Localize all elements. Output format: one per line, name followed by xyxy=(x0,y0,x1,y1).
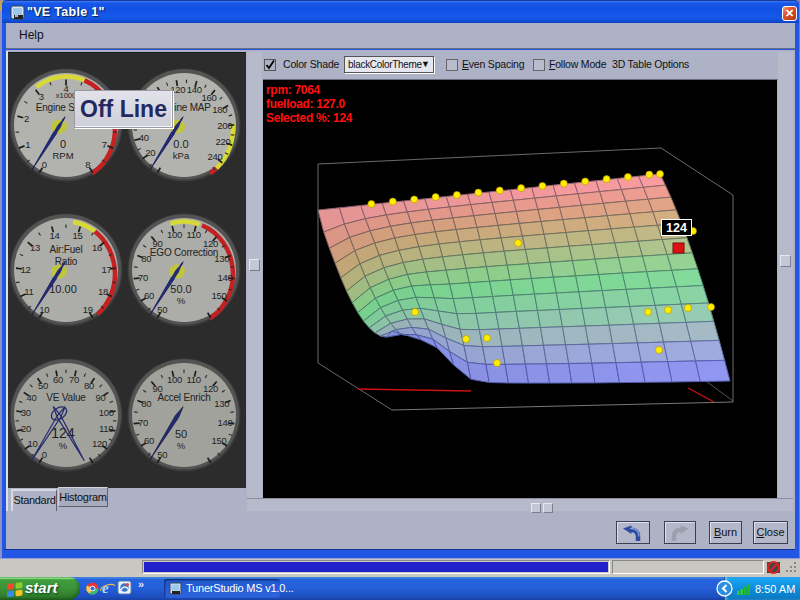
svg-text:17: 17 xyxy=(102,264,112,275)
svg-text:Air:Fuel: Air:Fuel xyxy=(50,244,83,255)
svg-text:40: 40 xyxy=(139,132,149,143)
svg-text:10: 10 xyxy=(39,304,49,315)
svg-text:%: % xyxy=(177,440,186,451)
svg-text:19: 19 xyxy=(83,304,93,315)
svg-text:50: 50 xyxy=(157,304,167,315)
svg-text:15: 15 xyxy=(73,230,83,241)
svg-text:10: 10 xyxy=(28,438,38,449)
svg-text:60: 60 xyxy=(144,435,154,446)
svg-text:160: 160 xyxy=(202,92,217,103)
svg-text:Accel Enrich: Accel Enrich xyxy=(157,392,210,403)
svg-text:100: 100 xyxy=(99,407,114,418)
svg-text:12: 12 xyxy=(20,264,30,275)
svg-text:20: 20 xyxy=(21,423,31,434)
svg-text:EGO Correction: EGO Correction xyxy=(150,247,218,258)
svg-text:90: 90 xyxy=(95,392,105,403)
svg-text:140: 140 xyxy=(217,272,232,283)
svg-text:60: 60 xyxy=(53,374,63,385)
svg-text:70: 70 xyxy=(138,417,148,428)
svg-text:150: 150 xyxy=(212,290,227,301)
svg-text:70: 70 xyxy=(138,272,148,283)
svg-text:220: 220 xyxy=(216,136,231,147)
svg-text:1: 1 xyxy=(25,139,30,150)
svg-text:80: 80 xyxy=(84,380,94,391)
svg-text:50.0: 50.0 xyxy=(170,283,191,295)
svg-text:16: 16 xyxy=(92,242,102,253)
svg-text:kPa: kPa xyxy=(173,150,190,161)
svg-text:200: 200 xyxy=(217,120,232,131)
svg-text:0: 0 xyxy=(60,138,66,150)
svg-text:30: 30 xyxy=(21,407,31,418)
svg-text:240: 240 xyxy=(208,151,223,162)
svg-text:e: e xyxy=(102,580,109,596)
svg-text:130: 130 xyxy=(214,398,229,409)
svg-text:0: 0 xyxy=(42,159,47,170)
svg-text:13: 13 xyxy=(30,242,40,253)
svg-text:100: 100 xyxy=(167,374,182,385)
svg-text:140: 140 xyxy=(187,84,202,95)
svg-text:180: 180 xyxy=(212,104,227,115)
svg-text:%: % xyxy=(59,440,68,451)
svg-text:110: 110 xyxy=(186,374,200,385)
svg-text:8: 8 xyxy=(85,159,90,170)
svg-text:3: 3 xyxy=(39,91,44,102)
svg-text:40: 40 xyxy=(27,392,37,403)
svg-text:7: 7 xyxy=(102,139,107,150)
svg-text:140: 140 xyxy=(217,417,232,428)
svg-text:10.00: 10.00 xyxy=(49,283,77,295)
svg-text:100: 100 xyxy=(167,229,182,240)
svg-text:%: % xyxy=(177,295,186,306)
svg-text:150: 150 xyxy=(212,435,227,446)
svg-text:110: 110 xyxy=(186,229,200,240)
svg-text:50: 50 xyxy=(157,449,167,460)
svg-text:124: 124 xyxy=(666,221,687,235)
svg-text:50: 50 xyxy=(175,428,187,440)
svg-text:18: 18 xyxy=(98,286,108,297)
svg-text:11: 11 xyxy=(24,286,33,297)
svg-text:50: 50 xyxy=(38,380,48,391)
svg-text:RPM: RPM xyxy=(52,150,73,161)
svg-text:VE Value: VE Value xyxy=(46,392,86,403)
svg-text:20: 20 xyxy=(145,147,155,158)
svg-text:70: 70 xyxy=(69,374,79,385)
svg-text:2: 2 xyxy=(24,113,29,124)
svg-text:60: 60 xyxy=(144,290,154,301)
svg-text:0.0: 0.0 xyxy=(173,138,188,150)
svg-text:110: 110 xyxy=(99,423,113,434)
svg-text:80: 80 xyxy=(141,398,151,409)
svg-text:0: 0 xyxy=(42,449,47,460)
svg-text:120: 120 xyxy=(92,438,107,449)
svg-text:14: 14 xyxy=(49,230,59,241)
